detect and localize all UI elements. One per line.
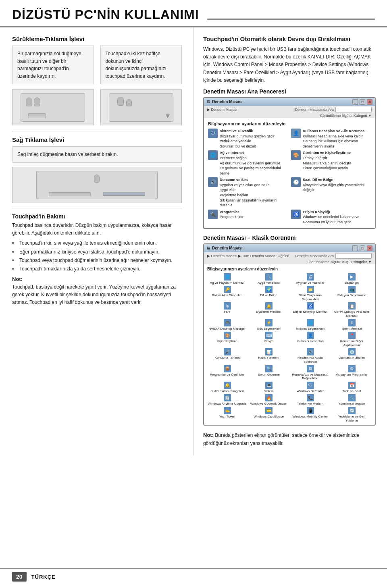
search-input-1[interactable] [335,107,372,112]
drag-images [12,89,182,125]
donanim-icon: 🔊 [208,177,218,187]
ci-20: 📍 [348,332,356,339]
donanim-text: Donanım ve Ses Aygıtları ve yazıcıları g… [220,177,288,208]
bottom-note-text: Burada gösterilen ekran görüntüleri sade… [203,432,360,446]
classic-item-12: 📋Görev Çubuğu ve Başlat Menüsü [332,302,372,318]
win-maximize-2[interactable]: □ [360,245,365,251]
touchpad-auto-title: Touchpad'in Otomatik olarak Devre dışı B… [203,35,376,42]
programlar-icon: 🔌 [208,210,218,219]
win-title-text-1: Denetim Masası [212,100,351,104]
classic-item-9: 🖱Fare [207,302,247,318]
win-close-1[interactable]: ✕ [367,99,372,105]
ag-icon: 🌐 [208,150,218,160]
footer-language: TÜRKÇE [31,574,56,580]
win-item-erisim: ♿ Erişim Kolaylığı Windows'un önerilerin… [291,210,371,225]
erisim-icon: ♿ [291,210,301,219]
ci-2: 🔧 [265,273,273,280]
classic-item-39: 📱Windows Mobility Center [290,407,330,422]
maintenance-note: Not: Touchpad, baskıya değil harekete ya… [12,276,182,307]
bullet-3: Touchpad veya touchpad düğmelerinin üzer… [12,257,182,264]
win-minimize-1[interactable]: _ [352,99,358,105]
ci-24: 💿 [348,348,356,355]
window-titlebar-1: 🖥 Denetim Masası _ □ ✕ [204,98,375,106]
classic-item-7: 📁Dizin Oluşturma Seçenekleri [290,286,330,301]
bullet-1: Touchpad'in kir, sıvı veya yağ ile temas… [12,239,182,247]
saat-text: Saat, Dil ve Bölge Klavyeleri veya diğer… [303,177,371,193]
sistem-icon: 🛡 [208,129,218,138]
classic-item-2: 🔧Aygıt Yöneticisi [249,273,289,285]
ci-27: 🖥 [307,365,314,372]
classic-item-13: 🎮NVIDIA Desktop Manager [207,319,247,331]
main-content: Sürükleme-Tıklama İşlevi Bir parmağınızl… [0,27,387,455]
classic-item-37: ✍Yazı Tipleri [207,407,247,422]
win-close-2[interactable]: ✕ [367,245,372,251]
programlar-text: Programlar Program kaldır [220,210,243,220]
win-item-sistem: 🛡 Sistem ve Güvenlik Bilgisayar durumunu… [208,129,288,149]
ci-30: 💻 [265,382,273,389]
ci-39: 📱 [307,407,314,414]
maintenance-bullets: Touchpad'in kir, sıvı veya yağ ile temas… [12,239,182,273]
ci-14: ⚡ [265,319,273,326]
note-text: Touchpad, baskıya değil harekete yanıt v… [12,283,182,307]
classic-item-38: 💳Windows CardSpace [249,407,289,422]
win-minimize-2[interactable]: _ [352,245,358,251]
classic-item-11: ♿Erişim Kolaylığı Merkezi [290,302,330,318]
kullanici-text: Kullanıcı Hesapları ve Aile Koruması Kul… [303,129,371,149]
drag-box-1: Bir parmağınızla sol düğmeye basılı tutu… [12,46,94,84]
ci-19: 👤 [307,332,314,339]
classic-item-26: 🔍Sorun Giderme [249,365,289,380]
classic-item-4: ▶Başlangıç [332,273,372,285]
classic-item-28: ⚙Varsayılan Programlar [332,365,372,380]
ci-12: 📋 [348,302,356,310]
classic-item-35: 📞Telefon ve Modem [290,394,330,406]
klasik-gorunum-container: Denetim Masası – Klasik Görünüm 🖥 Deneti… [203,235,376,426]
ci-40: 🔄 [348,407,356,414]
ci-7: 📁 [307,286,314,293]
search-input-2[interactable] [335,253,372,259]
page-header: DİZÜSTÜ PC'NİN KULLANIMI [0,0,387,27]
classic-item-27: 🖥RemoteApp ve Masaüstü Bağlantıları [290,365,330,380]
ci-28: ⚙ [348,365,356,372]
ag-text: Ağ ve İnternet İnternet'e bağlanAğ durum… [220,150,288,176]
view-label-2: Görüntüleme ölçütü: Küçük simgeler ▼ [309,260,372,264]
classic-item-32: 📅Tarih ve Saat [332,382,372,393]
page-footer: 20 TÜRKÇE [0,568,387,582]
ci-25: 📦 [224,365,231,372]
classic-item-10: 🔔Eyüleme Merkezi [249,302,289,318]
win-icon-small-2: 🖥 [206,246,210,250]
ci-21: 🎤 [224,348,231,355]
denetim-masasi-window: 🖥 Denetim Masası _ □ ✕ ▶ Denetim Masası … [203,97,376,229]
drag-img-2 [100,89,182,125]
ci-8: 📺 [348,286,356,293]
right-click-img [12,167,182,203]
ci-5: 🔑 [224,286,231,293]
page-number: 20 [12,572,27,582]
classic-item-25: 📦Programlar ve Özellikler [207,365,247,380]
note-title: Not: [12,276,182,282]
win-icon-small-1: 🖥 [206,100,210,104]
win-item-gorunum: 🎨 Görünüm ve Kişiselleştirme Temayı deği… [291,150,371,176]
ci-22: 📊 [265,348,273,355]
ci-18: ⌨ [265,332,273,339]
win-item-saat: 🕐 Saat, Dil ve Bölge Klavyeleri veya diğ… [291,177,371,208]
ci-38: 💳 [265,407,273,414]
window-body-2: Bilgisayarınızın ayarlarını düzenleyin 🌐… [204,264,375,425]
gorunum-icon: 🎨 [291,150,301,160]
search-label-1: Denetim Masasında Ara [295,108,334,112]
classic-item-1: 🌐Ağ ve Paylaşım Merkezi [207,273,247,285]
drag-img-1 [12,89,94,125]
win-items-grid: 🛡 Sistem ve Güvenlik Bilgisayar durumunu… [208,129,371,225]
saat-icon: 🕐 [291,177,301,187]
win-title-text-2: Denetim Masası [212,246,351,250]
classic-item-14: ⚡Güç Seçenekleri [249,319,289,331]
classic-item-19: 👤Kullanıcı Hesapları [290,332,330,347]
classic-item-3: 🖨Aygıtlar ve Yazıcılar [290,273,330,285]
classic-item-24: 💿Otomatik Kullanım [332,348,372,364]
classic-item-5: 🔑Bölüm Alan Simgeleri [207,286,247,301]
breadcrumb-1: ▶ Denetim Masası [207,108,237,112]
page-title: DİZÜSTÜ PC'NİN KULLANIMI [12,7,199,22]
win-maximize-1[interactable]: □ [360,99,365,105]
classic-item-16: ℹİşlem Merkezi [332,319,372,331]
classic-item-21: 🎤Konuşma Tanıma [207,348,247,364]
ci-32: 📅 [348,382,356,389]
